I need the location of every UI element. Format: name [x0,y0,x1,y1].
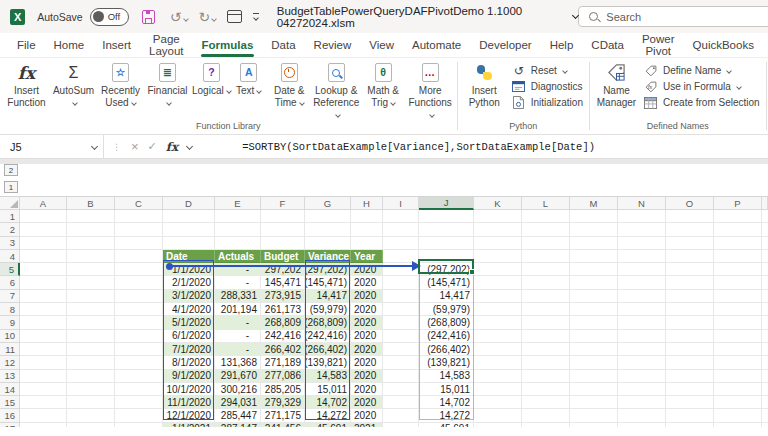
cell[interactable]: (59,979) [419,303,474,316]
cell[interactable] [474,343,522,356]
cell[interactable]: (139,821) [419,356,474,369]
ribbon-button-create-from-selection[interactable]: Create from Selection [640,95,763,110]
cell[interactable] [115,303,163,316]
cell[interactable]: - [215,316,261,329]
column-header-F[interactable]: F [261,197,305,210]
cell[interactable] [261,237,305,250]
cell[interactable] [522,423,570,436]
cell[interactable] [762,237,768,250]
cell[interactable] [474,263,522,276]
cell[interactable] [67,396,115,409]
cell[interactable]: 14,417 [419,290,474,303]
cell[interactable]: 14,583 [419,370,474,383]
cell[interactable] [163,237,215,250]
cell[interactable] [522,370,570,383]
cell[interactable] [20,370,67,383]
ribbon-button-math-trig[interactable]: θMath & Trig [360,60,407,120]
cell[interactable] [570,383,618,396]
cell[interactable] [618,276,666,289]
column-header-O[interactable]: O [666,197,714,210]
cell[interactable] [570,263,618,276]
cell[interactable] [762,343,768,356]
save-icon[interactable] [142,10,155,24]
cell[interactable]: (242,416) [419,330,474,343]
cell[interactable] [618,210,666,223]
cell[interactable] [762,396,768,409]
cell[interactable] [383,263,419,276]
row-header-3[interactable]: 3 [0,237,20,250]
cell[interactable] [714,223,762,236]
cell[interactable] [474,290,522,303]
ribbon-button-insert-python[interactable]: Insert Python [461,60,508,120]
cell[interactable] [383,330,419,343]
cell[interactable] [714,276,762,289]
cell[interactable] [383,383,419,396]
cell[interactable] [383,316,419,329]
cell[interactable]: 3/1/2020 [163,290,215,303]
cell[interactable] [305,223,351,236]
column-header-C[interactable]: C [115,197,163,210]
cell[interactable]: (145,471) [305,276,351,289]
ribbon-button-recently-used[interactable]: ☆Recently Used [97,60,144,120]
column-header-M[interactable]: M [570,197,618,210]
cell[interactable] [762,370,768,383]
row-header-9[interactable]: 9 [0,316,20,329]
cell[interactable] [570,370,618,383]
cell[interactable] [666,303,714,316]
cell[interactable] [67,250,115,263]
ribbon-tab[interactable]: File [8,33,45,57]
cell[interactable] [20,383,67,396]
cell[interactable] [618,383,666,396]
cell[interactable] [115,316,163,329]
cell[interactable]: 294,031 [215,396,261,409]
cell[interactable] [115,290,163,303]
cell[interactable]: 2020 [351,409,383,422]
cell[interactable] [618,370,666,383]
ribbon-button-autosum[interactable]: ΣAutoSum [50,60,97,120]
cell[interactable] [714,316,762,329]
cell[interactable] [474,237,522,250]
cell[interactable]: 241,456 [261,423,305,436]
cell[interactable] [215,223,261,236]
row-header-2[interactable]: 2 [0,223,20,236]
column-header-A[interactable]: A [20,197,67,210]
cell[interactable] [570,409,618,422]
cell[interactable] [666,343,714,356]
cell[interactable] [618,223,666,236]
cell[interactable] [163,223,215,236]
undo-button[interactable]: ↺ [170,10,188,24]
cell[interactable]: 2020 [351,370,383,383]
cell[interactable] [115,396,163,409]
cell[interactable]: - [215,343,261,356]
row-header-17[interactable]: 17 [0,423,20,436]
ribbon-button-financial[interactable]: ≣Financial [144,60,191,120]
cell[interactable]: 45,691 [305,423,351,436]
ribbon-tab[interactable]: Formulas [193,33,263,57]
cell[interactable] [474,330,522,343]
ribbon-tab[interactable]: Power Pivot [633,33,684,57]
cell[interactable]: (268,809) [419,316,474,329]
cell[interactable]: - [215,263,261,276]
autosave-toggle[interactable]: Off [90,8,129,26]
cell[interactable] [762,303,768,316]
cell[interactable]: (266,402) [305,343,351,356]
cell[interactable] [618,316,666,329]
cell[interactable]: 291,670 [215,370,261,383]
cell[interactable] [305,237,351,250]
cell[interactable]: 5/1/2020 [163,316,215,329]
cell[interactable]: - [215,276,261,289]
cell[interactable] [163,210,215,223]
cell[interactable] [419,223,474,236]
cell[interactable] [67,370,115,383]
cell[interactable] [522,343,570,356]
cell[interactable]: 145,471 [261,276,305,289]
cell[interactable]: 14,272 [419,409,474,422]
redo-button[interactable]: ↻ [199,10,217,24]
row-header-7[interactable]: 7 [0,290,20,303]
cell[interactable] [115,263,163,276]
column-header-D[interactable]: D [163,197,215,210]
cell[interactable]: 14,583 [305,370,351,383]
cell[interactable]: 6/1/2020 [163,330,215,343]
cell[interactable]: 14,702 [419,396,474,409]
cell[interactable] [714,263,762,276]
